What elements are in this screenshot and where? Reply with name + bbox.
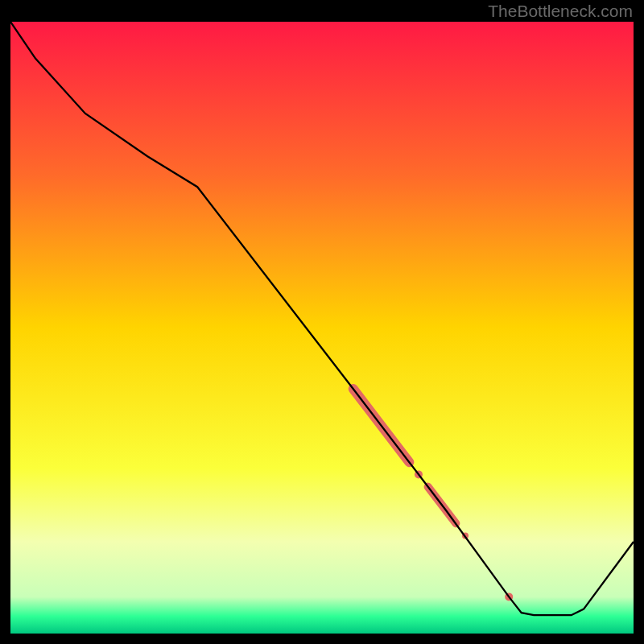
chart-frame: TheBottleneck.com: [0, 0, 644, 644]
watermark-text: TheBottleneck.com: [488, 2, 633, 21]
gradient-background: [10, 22, 634, 634]
plot-area: [10, 22, 634, 634]
chart-svg: [10, 22, 634, 634]
